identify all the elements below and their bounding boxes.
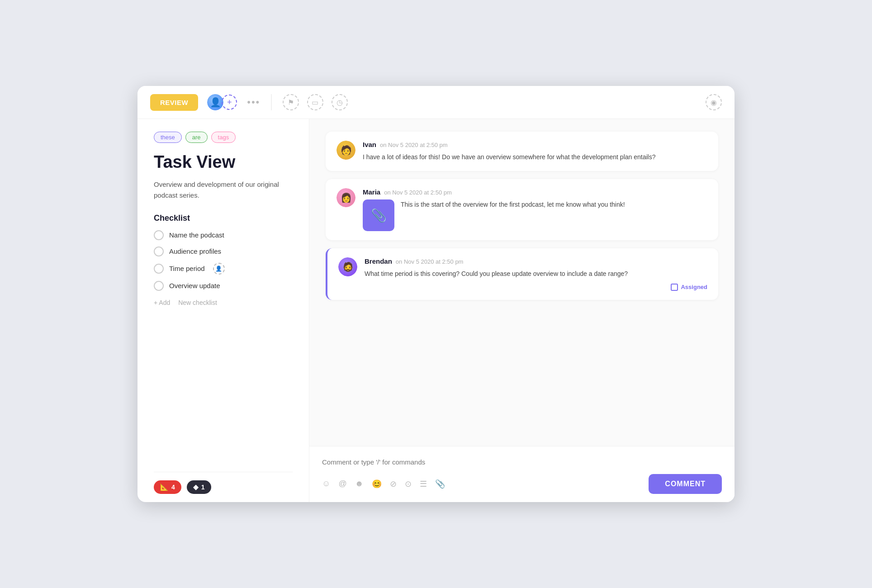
eye-icon: ◉ <box>711 98 717 107</box>
flag-icon: ⚑ <box>288 98 294 107</box>
checklist-item: Overview update <box>154 281 293 291</box>
header-avatar-img: 👤 <box>207 94 223 110</box>
check-circle-4[interactable] <box>154 281 164 291</box>
check-circle-2[interactable] <box>154 247 164 256</box>
top-header: REVIEW 👤 + ••• ⚑ ▭ ◷ ◉ <box>137 86 735 119</box>
maria-avatar: 👩 <box>336 188 355 207</box>
brendan-comment-meta: Brendan on Nov 5 2020 at 2:50 pm <box>365 257 707 265</box>
attach-icon[interactable]: 📎 <box>435 479 445 489</box>
left-panel: these are tags Task View Overview and de… <box>137 119 309 502</box>
task-description: Overview and development of our original… <box>154 179 293 201</box>
add-item-button[interactable]: + Add <box>154 299 170 306</box>
calendar-icon-button[interactable]: ▭ <box>307 94 323 110</box>
brendan-time: on Nov 5 2020 at 2:50 pm <box>396 258 464 265</box>
brendan-comment-text: What time period is this covering? Could… <box>365 269 707 279</box>
header-divider <box>271 94 272 110</box>
list-icon[interactable]: ☰ <box>420 479 427 489</box>
comment-card-maria: 👩 Maria on Nov 5 2020 at 2:50 pm 📎 This … <box>326 179 718 240</box>
brendan-avatar-img: 🧔 <box>338 257 357 276</box>
emoji2-icon[interactable]: 😊 <box>372 479 382 489</box>
badge-dark-count: 1 <box>201 484 205 491</box>
review-button[interactable]: REVIEW <box>150 94 198 111</box>
task-title: Task View <box>154 153 293 172</box>
badge-red[interactable]: 📐 4 <box>154 480 181 494</box>
avatar-group: 👤 + <box>206 93 237 111</box>
checklist-label-3: Time period <box>169 265 205 272</box>
new-checklist-button[interactable]: New checklist <box>178 299 217 306</box>
emoji-icon[interactable]: ☻ <box>355 479 364 489</box>
maria-time: on Nov 5 2020 at 2:50 pm <box>384 189 452 196</box>
tags-row: these are tags <box>154 132 293 143</box>
left-bottom: 📐 4 ◆ 1 <box>154 472 293 502</box>
at-icon[interactable]: @ <box>338 479 346 489</box>
comments-area: 🧑 Ivan on Nov 5 2020 at 2:50 pm I have a… <box>309 119 735 446</box>
comment-toolbar: ☺ @ ☻ 😊 ⊘ ⊙ ☰ 📎 COMMENT <box>322 469 722 494</box>
calendar-icon: ▭ <box>312 98 318 107</box>
ivan-time: on Nov 5 2020 at 2:50 pm <box>380 142 448 148</box>
checklist-actions: + Add New checklist <box>154 299 293 306</box>
checklist-label-4: Overview update <box>169 282 220 289</box>
main-content: these are tags Task View Overview and de… <box>137 119 735 502</box>
checklist-items: Name the podcast Audience profiles Time … <box>154 230 293 291</box>
figma2-icon: ◆ <box>193 483 199 491</box>
right-panel: 🧑 Ivan on Nov 5 2020 at 2:50 pm I have a… <box>309 119 735 502</box>
maria-comment-body: Maria on Nov 5 2020 at 2:50 pm 📎 This is… <box>363 188 707 231</box>
brendan-author: Brendan <box>365 257 392 265</box>
ivan-avatar: 🧑 <box>336 141 355 160</box>
more-options-button[interactable]: ••• <box>247 96 260 108</box>
assigned-badge: Assigned <box>365 284 707 291</box>
checklist-item: Audience profiles <box>154 247 293 256</box>
header-right: ◉ <box>706 94 722 110</box>
badge-dark[interactable]: ◆ 1 <box>187 480 211 494</box>
attachment-row: 📎 This is the start of the overview for … <box>363 199 707 231</box>
tag-are[interactable]: are <box>185 132 208 143</box>
ivan-avatar-img: 🧑 <box>336 141 355 160</box>
badge-red-count: 4 <box>171 484 175 491</box>
comment-card-brendan: 🧔 Brendan on Nov 5 2020 at 2:50 pm What … <box>326 248 718 299</box>
maria-comment-text: This is the start of the overview for th… <box>401 199 625 209</box>
header-icons: ⚑ ▭ ◷ <box>283 94 706 110</box>
comment-card-ivan: 🧑 Ivan on Nov 5 2020 at 2:50 pm I have a… <box>326 132 718 171</box>
checklist-title: Checklist <box>154 213 293 223</box>
person-icon: 👤 <box>215 266 222 272</box>
clock-icon-button[interactable]: ◷ <box>332 94 348 110</box>
ivan-author: Ivan <box>363 141 376 148</box>
check-circle-1[interactable] <box>154 230 164 240</box>
comment-button[interactable]: COMMENT <box>649 474 722 494</box>
ivan-comment-text: I have a lot of ideas for this! Do we ha… <box>363 152 707 162</box>
checklist-item: Time period 👤 <box>154 263 293 275</box>
assign-icon[interactable]: 👤 <box>213 263 225 275</box>
comment-input[interactable] <box>322 455 722 469</box>
toolbar-icons: ☺ @ ☻ 😊 ⊘ ⊙ ☰ 📎 <box>322 479 445 489</box>
figma-icon: 📐 <box>160 483 169 491</box>
attachment-thumbnail[interactable]: 📎 <box>363 199 394 231</box>
paperclip-icon: 📎 <box>371 208 387 223</box>
ivan-comment-meta: Ivan on Nov 5 2020 at 2:50 pm <box>363 141 707 148</box>
checklist-label-1: Name the podcast <box>169 231 224 239</box>
checklist-item: Name the podcast <box>154 230 293 240</box>
maria-avatar-img: 👩 <box>336 188 355 207</box>
clock-icon: ◷ <box>336 98 343 107</box>
brendan-comment-body: Brendan on Nov 5 2020 at 2:50 pm What ti… <box>365 257 707 290</box>
maria-author: Maria <box>363 188 380 196</box>
comment-input-area: ☺ @ ☻ 😊 ⊘ ⊙ ☰ 📎 COMMENT <box>309 446 735 502</box>
tag-tags[interactable]: tags <box>211 132 236 143</box>
ivan-comment-body: Ivan on Nov 5 2020 at 2:50 pm I have a l… <box>363 141 707 162</box>
slash-command-icon[interactable]: ⊘ <box>390 479 397 489</box>
mention-people-icon[interactable]: ☺ <box>322 479 330 489</box>
app-container: REVIEW 👤 + ••• ⚑ ▭ ◷ ◉ <box>137 86 735 502</box>
tag-these[interactable]: these <box>154 132 182 143</box>
checklist-label-2: Audience profiles <box>169 247 221 255</box>
assigned-checkbox[interactable] <box>671 284 678 291</box>
add-avatar-button[interactable]: + <box>222 95 237 110</box>
comment-input-row <box>322 455 722 469</box>
record-icon[interactable]: ⊙ <box>405 479 412 489</box>
eye-icon-button[interactable]: ◉ <box>706 94 722 110</box>
assigned-label: Assigned <box>681 284 707 290</box>
maria-comment-meta: Maria on Nov 5 2020 at 2:50 pm <box>363 188 707 196</box>
check-circle-3[interactable] <box>154 264 164 274</box>
flag-icon-button[interactable]: ⚑ <box>283 94 299 110</box>
brendan-avatar: 🧔 <box>338 257 357 276</box>
